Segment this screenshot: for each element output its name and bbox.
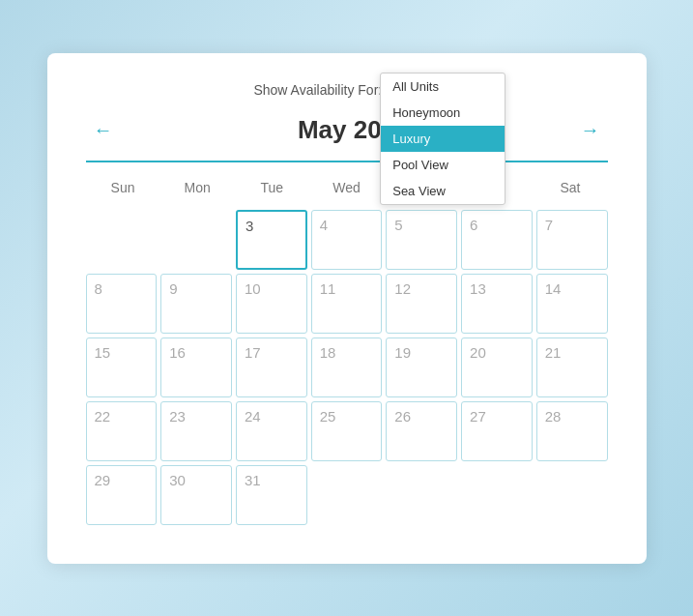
day-cell-27[interactable]: 27 [461,401,533,461]
day-cell-7[interactable]: 7 [536,210,608,270]
calendar-container: Show Availability For: All Units All Uni… [47,53,647,564]
day-cell-empty-5 [461,465,533,525]
day-cell-6[interactable]: 6 [461,210,533,270]
day-cell-25[interactable]: 25 [311,401,383,461]
dropdown-menu[interactable]: All Units Honeymoon Luxury Pool View Sea… [380,73,505,205]
day-header-wed: Wed [309,174,384,204]
day-cell-24[interactable]: 24 [236,401,307,461]
day-header-sat: Sat [533,174,607,204]
day-cell-17[interactable]: 17 [236,337,307,397]
day-cell-14[interactable]: 14 [536,274,608,334]
day-cell-18[interactable]: 18 [311,337,383,397]
day-header-sun: Sun [86,174,160,204]
availability-label: Show Availability For: [253,82,382,98]
day-cell-3[interactable]: 3 [236,210,307,270]
prev-month-button[interactable]: ← [86,115,121,145]
dropdown-wrapper[interactable]: All Units All Units Honeymoon Luxury Poo… [390,82,439,98]
day-cell-22[interactable]: 22 [86,401,158,461]
dropdown-item-sea-view[interactable]: Sea View [381,178,505,204]
day-cell-11[interactable]: 11 [311,274,383,334]
calendar-grid: 3 4 5 6 7 8 9 10 11 12 13 14 15 16 17 18… [86,210,608,525]
day-cell-23[interactable]: 23 [160,401,232,461]
header-divider [86,161,608,162]
dropdown-item-pool-view[interactable]: Pool View [381,152,505,178]
day-cell-19[interactable]: 19 [386,337,457,397]
day-cell-28[interactable]: 28 [536,401,608,461]
day-headers: Sun Mon Tue Wed Thu Fri Sat [86,174,608,204]
day-cell-31[interactable]: 31 [236,465,307,525]
day-cell-10[interactable]: 10 [236,274,307,334]
day-cell-empty-6 [536,465,608,525]
day-header-tue: Tue [235,174,309,204]
day-cell-16[interactable]: 16 [160,337,232,397]
day-cell-15[interactable]: 15 [86,337,158,397]
next-month-button[interactable]: → [573,115,608,145]
calendar-header: ← May 201 → [86,115,608,145]
day-cell-8[interactable]: 8 [86,274,158,334]
day-cell-29[interactable]: 29 [86,465,158,525]
dropdown-item-all-units[interactable]: All Units [381,73,505,100]
day-cell-13[interactable]: 13 [461,274,533,334]
day-cell-26[interactable]: 26 [386,401,457,461]
day-cell-21[interactable]: 21 [536,337,608,397]
day-cell-5[interactable]: 5 [386,210,457,270]
day-cell-4[interactable]: 4 [311,210,383,270]
day-cell-empty-3 [311,465,383,525]
day-cell-empty-1 [86,210,158,270]
dropdown-item-luxury[interactable]: Luxury [381,126,505,152]
availability-bar: Show Availability For: All Units All Uni… [86,82,608,98]
day-header-mon: Mon [160,174,235,204]
dropdown-item-honeymoon[interactable]: Honeymoon [381,100,505,126]
day-cell-20[interactable]: 20 [461,337,533,397]
day-cell-30[interactable]: 30 [160,465,232,525]
day-cell-empty-2 [160,210,232,270]
day-cell-empty-4 [386,465,457,525]
day-cell-9[interactable]: 9 [160,274,232,334]
day-cell-12[interactable]: 12 [386,274,457,334]
